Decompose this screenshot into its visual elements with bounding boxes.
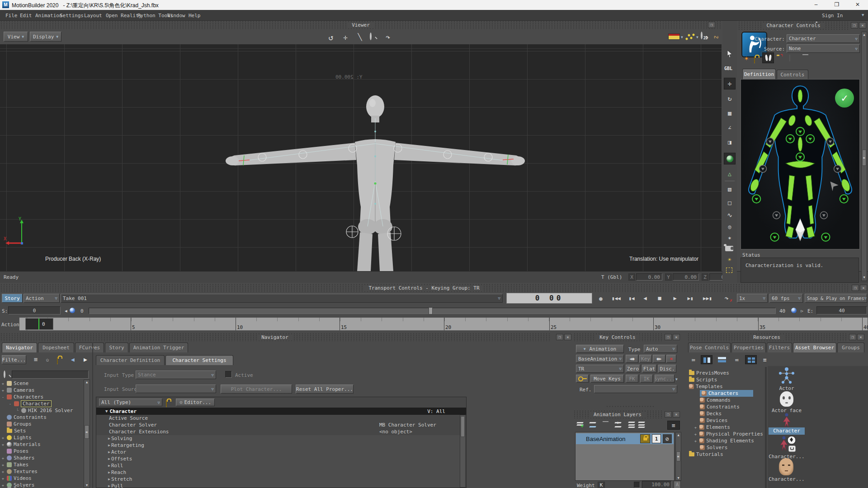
property-row[interactable]: Active Source <box>96 415 466 422</box>
next-key-button2[interactable]: ●▶ <box>653 355 665 363</box>
discontinuity-button[interactable]: Disc. <box>658 365 676 373</box>
sphere-select-icon[interactable] <box>724 153 736 164</box>
lock-filter-icon[interactable] <box>57 358 58 364</box>
display-button[interactable]: Display▼ <box>30 32 61 42</box>
asset-tree-constraints[interactable]: Constraints <box>700 404 740 410</box>
tab-groups[interactable]: Groups <box>837 343 864 352</box>
light-tool-icon[interactable]: △ <box>725 169 734 178</box>
transport-float-icon[interactable]: ❐ <box>852 285 859 291</box>
resources-float-icon[interactable]: ❐ <box>849 334 856 340</box>
split-view-icon[interactable] <box>701 355 712 364</box>
tree-item-characters[interactable]: -Characters <box>1 394 43 400</box>
key-type-dropdown[interactable]: Auto▽ <box>644 345 677 353</box>
star-marker-icon[interactable]: ✶ <box>725 233 734 242</box>
asset-character-face-label[interactable]: Character... <box>768 476 806 482</box>
tree-scrollbar[interactable]: ▲ ≡ ▼ <box>84 380 90 488</box>
charcontrols-float-icon[interactable]: ❐ <box>851 22 858 28</box>
property-group-row[interactable]: ▶Reach <box>96 469 466 476</box>
asset-tree-characters[interactable]: Characters <box>700 390 753 397</box>
layers-scrollbar[interactable]: ▲ ≡ ▼ <box>675 432 681 481</box>
editor-button[interactable]: ⚙Editor... <box>176 399 215 406</box>
layer-select-dropdown[interactable]: BaseAnimation▽ <box>576 355 624 363</box>
asset-tree-elements[interactable]: +Elements <box>693 424 730 431</box>
start-frame-field[interactable]: 0 <box>8 306 61 314</box>
asset-tree-physical-properties[interactable]: +Physical Properties <box>693 431 763 437</box>
collapse-icon[interactable]: ▼ <box>105 409 108 413</box>
asset-tree-devices[interactable]: Devices <box>700 417 727 424</box>
property-lock-icon[interactable] <box>166 401 167 407</box>
tree-item-system[interactable]: +System <box>1 486 32 488</box>
stop-button[interactable]: ■ <box>655 294 665 303</box>
asset-actor-face-icon[interactable] <box>780 391 793 407</box>
navigator-float-icon[interactable]: ❐ <box>556 334 563 340</box>
close-button[interactable]: ✕ <box>851 0 864 9</box>
plane-translate-icon[interactable]: ◨ <box>725 137 734 146</box>
active-checkbox[interactable] <box>225 371 232 378</box>
next-key-button[interactable]: ▶▮ <box>684 294 696 303</box>
filter-button[interactable]: Filte... <box>2 355 26 364</box>
charcontrols-close-icon[interactable]: ✕ <box>859 22 866 28</box>
property-group-row[interactable]: ▶Pull <box>96 483 466 488</box>
playback-speed-dropdown[interactable]: 1x▽ <box>737 294 768 303</box>
reference-dropdown[interactable]: ▽ <box>594 385 677 393</box>
zero-button[interactable]: Zero <box>626 365 640 373</box>
zoom-camera-icon[interactable] <box>370 33 372 39</box>
camera-tool-icon[interactable] <box>725 246 733 251</box>
weight-anim-button[interactable]: A <box>674 481 681 488</box>
properties-scrollbar[interactable] <box>460 415 466 488</box>
source-dropdown[interactable]: None▽ <box>787 44 860 53</box>
tab-asset-browser[interactable]: Asset Browser <box>793 343 836 352</box>
layers-float-icon[interactable]: ❐ <box>665 411 672 418</box>
menu-edit[interactable]: Edit <box>20 13 32 19</box>
asset-actor-label[interactable]: Actor <box>768 385 806 391</box>
signin-chevron-icon[interactable]: ▼ <box>862 13 864 17</box>
sync-more-icon[interactable]: ▼ <box>675 377 678 381</box>
forward-arrow-icon[interactable]: ▶ <box>81 355 90 363</box>
fps-dropdown[interactable]: 60 fps▽ <box>769 294 803 303</box>
y-value-field[interactable]: 0.00 <box>673 273 699 281</box>
list-options-icon[interactable]: ≡ <box>32 355 40 363</box>
orbit-camera-icon[interactable]: ↺ <box>326 32 336 42</box>
keycontrols-close-icon[interactable]: ✕ <box>673 334 680 340</box>
grid-view-icon[interactable] <box>745 355 757 364</box>
ik-button[interactable]: IK <box>640 375 653 383</box>
end-frame-field[interactable]: 40 <box>816 306 867 314</box>
property-group-row[interactable]: ▶Retargeting <box>96 442 466 449</box>
resources-divider[interactable] <box>765 367 767 488</box>
select-cursor-icon[interactable] <box>726 50 733 58</box>
menu-file[interactable]: File <box>5 13 18 19</box>
asset-tree-decks[interactable]: Decks <box>700 410 722 417</box>
null-marker-icon[interactable]: ◎ <box>725 222 734 231</box>
move-keys-button[interactable]: Move Keys <box>590 375 624 383</box>
layer-solo-chip[interactable]: 1 <box>652 434 661 443</box>
loop-off-icon[interactable]: ↷✗ <box>721 294 732 303</box>
merge-layers-icon[interactable]: ↓ <box>615 422 621 427</box>
asset-tree-solvers[interactable]: Solvers <box>700 444 727 451</box>
keying-dots-icon[interactable] <box>685 33 695 41</box>
search-input[interactable] <box>12 371 89 379</box>
property-row[interactable]: Character SolverMB Character Solver <box>96 422 466 428</box>
menu-layout[interactable]: Layout <box>84 13 102 19</box>
animation-mode-button[interactable]: ▼Animation <box>576 345 624 353</box>
current-frame-marker[interactable]: 0 <box>25 318 53 330</box>
view-button[interactable]: View▼ <box>4 32 28 42</box>
tab-filters[interactable]: Filters <box>767 343 792 352</box>
fk-button[interactable]: FK <box>626 375 638 383</box>
feet-pinning-icon[interactable] <box>762 52 774 63</box>
property-group-row[interactable]: ▶Actor <box>96 449 466 455</box>
tab-controls[interactable]: Controls <box>777 70 808 79</box>
tree-item-character[interactable]: -Character <box>8 400 52 407</box>
plot-character-button[interactable]: Plot Character... <box>221 385 292 394</box>
spark-keying-icon[interactable]: ✶ <box>741 53 751 63</box>
menu-settings[interactable]: Settings <box>60 13 84 19</box>
v-all-label[interactable]: V: All <box>427 408 445 414</box>
curve-tool-icon[interactable]: ∿ <box>725 211 734 220</box>
layers-close-icon[interactable]: ✕ <box>673 411 680 418</box>
tree-item-cameras[interactable]: +Cameras <box>1 387 34 394</box>
property-group-row[interactable]: ▶Offsets <box>96 455 466 462</box>
tree-view-icon[interactable]: ≔ <box>689 355 698 364</box>
translate-tool-icon[interactable]: ✛ <box>724 78 736 89</box>
weight-checkbox[interactable] <box>634 482 640 488</box>
lock-character-icon[interactable] <box>754 57 755 63</box>
range-slider-thumb[interactable] <box>429 307 433 314</box>
